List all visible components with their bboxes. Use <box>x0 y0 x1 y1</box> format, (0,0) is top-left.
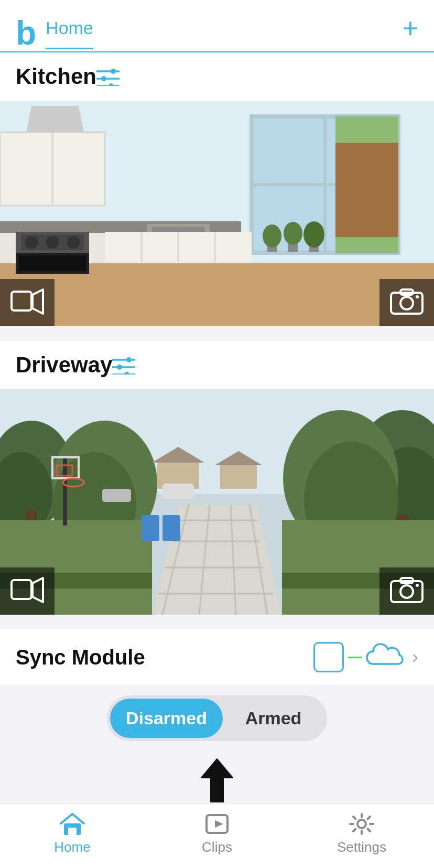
disarmed-button[interactable]: Disarmed <box>110 699 223 738</box>
sync-chevron-icon[interactable]: › <box>412 646 418 668</box>
svg-marker-95 <box>201 759 233 802</box>
svg-point-24 <box>67 236 80 249</box>
kitchen-settings-icon[interactable] <box>96 67 120 86</box>
svg-rect-66 <box>220 465 257 489</box>
bottom-section: Disarmed Armed <box>0 685 434 822</box>
kitchen-title: Kitchen <box>16 64 96 89</box>
svg-rect-26 <box>18 255 86 271</box>
tab-settings-label: Settings <box>337 839 386 855</box>
svg-point-3 <box>101 76 106 81</box>
svg-point-94 <box>416 584 419 587</box>
driveway-title-row: Driveway <box>0 341 434 389</box>
app-logo: b <box>16 16 36 50</box>
app-header: b Home + <box>0 0 434 52</box>
svg-marker-99 <box>215 820 223 828</box>
svg-rect-84 <box>162 515 180 541</box>
tab-home-label: Home <box>54 839 90 855</box>
sync-connector-line <box>348 657 362 658</box>
driveway-title: Driveway <box>16 352 112 378</box>
svg-rect-89 <box>12 580 31 599</box>
svg-point-47 <box>126 357 132 362</box>
svg-rect-86 <box>102 489 131 502</box>
driveway-settings-icon[interactable] <box>112 356 135 374</box>
kitchen-photo-button[interactable] <box>379 279 434 326</box>
driveway-video-button[interactable] <box>0 567 55 615</box>
sync-module-section: Sync Module › <box>0 629 434 685</box>
svg-point-92 <box>400 585 413 598</box>
svg-rect-85 <box>162 484 194 499</box>
sync-status-icons[interactable]: › <box>313 642 418 672</box>
sync-device-icon <box>313 642 344 672</box>
svg-point-1 <box>111 69 116 74</box>
svg-rect-97 <box>68 828 77 835</box>
svg-point-35 <box>303 221 324 248</box>
kitchen-title-row: Kitchen <box>0 52 434 101</box>
main-content: Kitchen <box>0 52 434 868</box>
svg-point-31 <box>263 224 281 248</box>
svg-marker-90 <box>32 578 43 602</box>
kitchen-camera-feed[interactable] <box>0 101 434 326</box>
home-tab[interactable]: Home <box>46 18 93 49</box>
svg-point-5 <box>108 83 114 86</box>
svg-marker-41 <box>32 290 43 314</box>
tab-clips-label: Clips <box>202 839 232 855</box>
svg-point-22 <box>25 236 38 249</box>
tab-bar: Home Clips Settings <box>0 803 434 868</box>
armed-button[interactable]: Armed <box>223 699 324 738</box>
driveway-camera-section: Driveway <box>0 341 434 615</box>
svg-rect-14 <box>335 143 398 237</box>
settings-tab-icon <box>348 812 375 836</box>
svg-rect-79 <box>63 457 67 526</box>
arm-arrow-up-button[interactable] <box>196 757 238 806</box>
kitchen-camera-section: Kitchen <box>0 52 434 326</box>
arm-disarm-toggle-area: Disarmed Armed <box>0 685 434 752</box>
arm-disarm-toggle: Disarmed Armed <box>107 695 327 741</box>
svg-rect-83 <box>142 515 159 541</box>
svg-point-45 <box>416 295 419 298</box>
tab-home[interactable]: Home <box>30 812 114 855</box>
sync-cloud-icon <box>366 642 404 672</box>
tab-settings[interactable]: Settings <box>320 812 404 855</box>
kitchen-video-button[interactable] <box>0 279 55 326</box>
svg-point-43 <box>400 297 413 309</box>
svg-point-33 <box>284 222 302 245</box>
driveway-camera-feed[interactable] <box>0 389 434 615</box>
svg-point-100 <box>357 820 366 828</box>
driveway-photo-button[interactable] <box>379 567 434 615</box>
svg-point-49 <box>117 365 122 370</box>
tab-clips[interactable]: Clips <box>175 812 259 855</box>
svg-point-23 <box>46 236 59 249</box>
svg-rect-40 <box>12 292 31 310</box>
add-button[interactable]: + <box>403 15 418 51</box>
svg-marker-27 <box>26 106 84 132</box>
clips-icon <box>203 812 231 836</box>
home-icon <box>59 812 86 836</box>
sync-module-title: Sync Module <box>16 646 145 669</box>
svg-point-51 <box>124 372 129 374</box>
